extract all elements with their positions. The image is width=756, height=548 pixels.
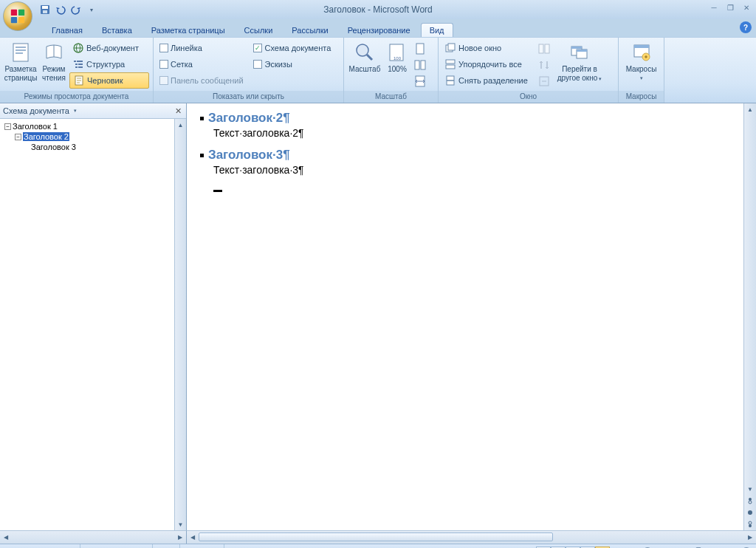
- redo-button[interactable]: [69, 3, 83, 16]
- heading-3: Заголовок·3¶: [200, 148, 730, 162]
- print-layout-label1: Разметка: [4, 65, 36, 73]
- save-button[interactable]: [38, 3, 52, 16]
- draft-icon: [73, 75, 85, 86]
- status-page[interactable]: Страница: 1 из 1: [4, 544, 80, 548]
- group-window: Новое окно Упорядочить все Снять разделе…: [439, 38, 619, 103]
- svg-rect-45: [577, 49, 587, 52]
- browse-object-icon[interactable]: [744, 507, 756, 518]
- document-map-pane: Схема документа ▾ ✕ −Заголовок 1 −Заголо…: [0, 103, 187, 530]
- reading-layout-button[interactable]: Режим чтения: [38, 39, 69, 89]
- svg-rect-47: [634, 45, 649, 48]
- macros-button[interactable]: Макросы▾: [622, 39, 661, 89]
- scroll-up-icon[interactable]: ▲: [744, 103, 756, 115]
- scroll-down-icon[interactable]: ▼: [175, 518, 186, 530]
- ruler-checkbox[interactable]: Линейка: [157, 40, 250, 56]
- scroll-down-icon[interactable]: ▼: [744, 483, 756, 495]
- scroll-left-icon[interactable]: ◀: [187, 531, 199, 544]
- new-window-button[interactable]: Новое окно: [441, 40, 536, 56]
- scroll-right-icon[interactable]: ▶: [744, 531, 756, 544]
- document-vertical-scrollbar[interactable]: ▲ ▼: [743, 103, 756, 530]
- zoom-label: Масштаб: [349, 65, 381, 73]
- zoom-100-button[interactable]: 100 100%: [382, 39, 412, 89]
- document-map-tree[interactable]: −Заголовок 1 −Заголовок 2 Заголовок 3 ▲▼: [0, 119, 186, 530]
- svg-rect-8: [16, 47, 26, 48]
- message-bar-label: Панель сообщений: [171, 76, 244, 85]
- office-button[interactable]: [3, 1, 32, 31]
- draft-button[interactable]: Черновик: [69, 72, 149, 89]
- tab-review[interactable]: Рецензирование: [339, 23, 419, 37]
- document-map-close-button[interactable]: ✕: [173, 106, 183, 116]
- gridlines-checkbox[interactable]: Сетка: [157, 56, 250, 72]
- document-map-checkbox[interactable]: ✓Схема документа: [250, 40, 340, 56]
- text-cursor: [213, 190, 222, 192]
- svg-rect-9: [16, 49, 26, 51]
- minimize-button[interactable]: ─: [707, 2, 721, 13]
- svg-rect-16: [77, 61, 83, 62]
- status-bar: Страница: 1 из 1 Число слов: 15 русский …: [0, 544, 756, 548]
- scroll-left-icon[interactable]: ◀: [0, 531, 12, 544]
- ruler-label: Линейка: [171, 44, 202, 52]
- ribbon: Разметка страницы Режим чтения Веб-докум…: [0, 37, 756, 103]
- status-words[interactable]: Число слов: 15: [83, 544, 153, 548]
- tree-item-h3[interactable]: Заголовок 3: [1, 142, 185, 152]
- tab-insert[interactable]: Вставка: [93, 23, 141, 37]
- outline-vertical-scrollbar[interactable]: ▲▼: [174, 119, 186, 530]
- svg-point-51: [748, 510, 752, 515]
- group-macros: Макросы▾ Макросы: [619, 38, 664, 103]
- prev-page-icon[interactable]: [744, 495, 756, 507]
- arrange-all-label: Упорядочить все: [458, 60, 522, 69]
- scroll-up-icon[interactable]: ▲: [175, 119, 186, 131]
- tab-references[interactable]: Ссылки: [236, 23, 282, 37]
- tab-layout[interactable]: Разметка страницы: [142, 23, 234, 37]
- svg-point-52: [749, 521, 752, 524]
- zoom-100-icon: 100: [385, 41, 409, 64]
- status-language[interactable]: русский: [183, 544, 224, 548]
- switch-windows-icon: [568, 41, 591, 64]
- svg-rect-6: [43, 10, 47, 13]
- svg-line-26: [367, 55, 372, 60]
- scroll-right-icon[interactable]: ▶: [174, 531, 186, 544]
- next-page-icon[interactable]: [744, 518, 756, 530]
- help-icon[interactable]: ?: [740, 21, 752, 33]
- checkbox-checked-icon: ✓: [253, 44, 262, 52]
- svg-rect-15: [74, 61, 76, 62]
- tree-collapse-icon[interactable]: −: [4, 123, 11, 130]
- document-map-dropdown-icon[interactable]: ▾: [74, 108, 77, 114]
- split-button[interactable]: Снять разделение: [441, 72, 536, 89]
- svg-rect-34: [448, 44, 455, 50]
- status-proofing[interactable]: [156, 544, 180, 548]
- restore-button[interactable]: ❐: [724, 2, 737, 13]
- two-pages-button[interactable]: [412, 57, 428, 73]
- tree-collapse-icon[interactable]: −: [15, 134, 21, 140]
- group-window-label: Окно: [439, 91, 618, 103]
- document-content[interactable]: Заголовок·2¶ Текст·заголовка·2¶ Заголово…: [187, 103, 743, 530]
- outline-button[interactable]: Структура: [69, 56, 149, 72]
- web-layout-icon: [72, 42, 84, 54]
- qat-customize-button[interactable]: ▾: [85, 3, 98, 16]
- document-map-header: Схема документа ▾ ✕: [0, 103, 186, 119]
- undo-button[interactable]: [54, 3, 67, 16]
- outline-horizontal-scrollbar[interactable]: ◀▶: [0, 530, 187, 544]
- print-layout-button[interactable]: Разметка страницы: [3, 39, 38, 89]
- scrollbar-thumb[interactable]: [199, 532, 553, 541]
- tab-mailings[interactable]: Рассылки: [283, 23, 337, 37]
- close-button[interactable]: ✕: [740, 2, 753, 13]
- tab-view[interactable]: Вид: [421, 23, 453, 37]
- page-width-button[interactable]: [412, 73, 428, 89]
- svg-rect-40: [545, 44, 549, 53]
- workspace: Схема документа ▾ ✕ −Заголовок 1 −Заголо…: [0, 103, 756, 530]
- switch-windows-button[interactable]: Перейти в другое окно▾: [552, 39, 607, 89]
- tree-item-h2[interactable]: −Заголовок 2: [1, 131, 185, 142]
- tree-item-h1[interactable]: −Заголовок 1: [1, 121, 185, 131]
- one-page-button[interactable]: [412, 41, 428, 57]
- document-horizontal-scrollbar[interactable]: ◀▶: [187, 530, 756, 544]
- tab-home[interactable]: Главная: [43, 23, 92, 37]
- svg-point-53: [749, 524, 752, 527]
- arrange-all-button[interactable]: Упорядочить все: [441, 56, 536, 72]
- thumbnails-checkbox[interactable]: Эскизы: [250, 56, 340, 72]
- macros-label: Макросы▾: [626, 65, 657, 82]
- svg-rect-39: [539, 44, 543, 53]
- zoom-button[interactable]: Масштаб: [347, 39, 382, 89]
- web-layout-button[interactable]: Веб-документ: [69, 40, 149, 56]
- body-text-3: Текст·заголовка·3¶: [200, 164, 730, 176]
